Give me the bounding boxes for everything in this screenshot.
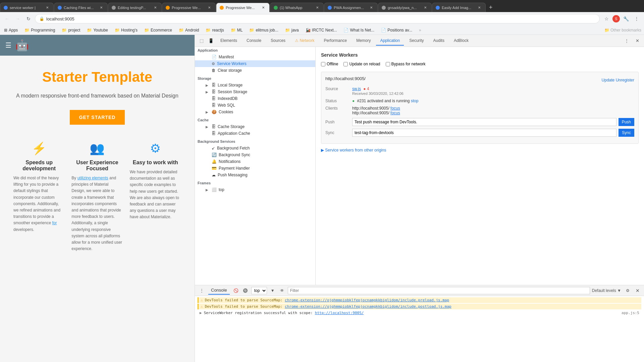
- console-sw-scope-link[interactable]: http://localhost:9005/: [315, 311, 364, 315]
- sw-unregister-link[interactable]: Unregister: [616, 78, 634, 82]
- offline-checkbox-label[interactable]: Offline: [321, 62, 338, 66]
- bookmark-project[interactable]: 📁project: [60, 27, 82, 33]
- get-started-button[interactable]: GET STARTED: [70, 110, 125, 125]
- sw-update-link[interactable]: Update: [602, 78, 615, 82]
- forward-button[interactable]: →: [13, 14, 22, 23]
- sidebar-item-clear-storage[interactable]: 🗑 Clear storage: [195, 67, 315, 74]
- bookmark-reactjs[interactable]: 📁reactjs: [204, 27, 225, 33]
- console-settings-icon[interactable]: ⋮: [198, 287, 206, 295]
- tab-close-1[interactable]: ✕: [45, 5, 50, 10]
- for-link[interactable]: for: [52, 221, 57, 225]
- sidebar-item-cache-storage[interactable]: ▶ 🗄 Cache Storage: [195, 123, 315, 130]
- sidebar-item-frames-top[interactable]: ▶ ⬜ top: [195, 186, 315, 193]
- extensions-button[interactable]: 🔧: [621, 14, 631, 23]
- bookmarks-overflow[interactable]: »: [419, 28, 421, 33]
- tab-close-5[interactable]: ✕: [261, 5, 266, 10]
- tab-close-4[interactable]: ✕: [207, 5, 212, 10]
- sw-push-button[interactable]: Push: [619, 118, 634, 126]
- tab-close-6[interactable]: ✕: [315, 5, 320, 10]
- console-tab[interactable]: Console: [208, 286, 230, 295]
- back-button[interactable]: ←: [3, 14, 11, 23]
- bookmark-programming[interactable]: 📁Programming: [23, 27, 56, 33]
- tab-close-2[interactable]: ✕: [99, 5, 104, 10]
- console-filter-input[interactable]: [288, 287, 590, 294]
- tab-network[interactable]: ⚠ Network: [291, 36, 318, 46]
- bookmark-positions[interactable]: 📄Positions av...: [380, 27, 414, 33]
- tab-application[interactable]: Application: [376, 36, 404, 46]
- menu-button[interactable]: ⋮: [632, 14, 641, 23]
- reload-button[interactable]: ↻: [24, 14, 33, 23]
- console-warn-2-link[interactable]: chrome-extension://ojghmmpiobklfepjocnam…: [285, 304, 451, 309]
- console-preserve-log-icon[interactable]: 🔘: [242, 287, 249, 294]
- profile-button[interactable]: S: [612, 15, 620, 22]
- update-on-reload-label[interactable]: Update on reload: [343, 62, 380, 66]
- tab-1[interactable]: service worker | ✕: [0, 3, 54, 12]
- devtools-device-button[interactable]: 📱: [207, 37, 215, 45]
- bookmark-hostings[interactable]: 📁Hosting's: [113, 27, 139, 33]
- tab-memory[interactable]: Memory: [352, 36, 375, 46]
- offline-checkbox[interactable]: [321, 62, 325, 66]
- bookmark-button[interactable]: ☆: [602, 14, 611, 23]
- bookmark-android[interactable]: 📁Android: [177, 27, 200, 33]
- tab-close-8[interactable]: ✕: [423, 5, 428, 10]
- tab-close-9[interactable]: ✕: [477, 5, 482, 10]
- new-tab-button[interactable]: +: [486, 3, 495, 12]
- sw-js-link[interactable]: sw.js: [352, 86, 361, 91]
- tab-9[interactable]: Easily Add Imag... ✕: [432, 3, 486, 12]
- address-bar[interactable]: 🔒 localhost:9005: [35, 14, 600, 23]
- tab-audits[interactable]: Audits: [429, 36, 448, 46]
- console-context-select[interactable]: top: [251, 287, 267, 294]
- sw-focus-link-1[interactable]: focus: [390, 106, 400, 111]
- bookmark-what-is-net[interactable]: 📄What Is Net...: [342, 27, 376, 33]
- sw-push-input[interactable]: [352, 118, 616, 126]
- devtools-close-button[interactable]: ✕: [633, 37, 641, 45]
- update-on-reload-checkbox[interactable]: [343, 62, 348, 66]
- tab-2[interactable]: Caching Files wi... ✕: [54, 3, 108, 12]
- tab-4[interactable]: Progressive We... ✕: [162, 3, 216, 12]
- console-warn-1-link[interactable]: chrome-extension://ojghmmpiobklfepjocnam…: [285, 298, 449, 302]
- sw-sync-button[interactable]: Sync: [619, 129, 634, 137]
- sidebar-item-cookies[interactable]: ▶ 🍪 Cookies: [195, 109, 315, 115]
- console-levels-dropdown[interactable]: Default levels ▼: [592, 288, 621, 293]
- bookmark-irctc[interactable]: 🚂IRCTC Next...: [304, 27, 338, 33]
- tab-8[interactable]: gnsaddy/pwa_n... ✕: [378, 3, 432, 12]
- bypass-for-network-label[interactable]: Bypass for network: [386, 62, 426, 66]
- devtools-more-button[interactable]: ⋮: [623, 37, 631, 45]
- sidebar-item-push-messaging[interactable]: ☁ Push Messaging: [195, 172, 315, 178]
- tab-sources[interactable]: Sources: [267, 36, 289, 46]
- sidebar-item-websql[interactable]: 🗄 Web SQL: [195, 102, 315, 109]
- bookmarks-other[interactable]: 📁 Other bookmarks: [604, 28, 641, 33]
- sw-focus-link-2[interactable]: focus: [390, 111, 400, 115]
- sidebar-item-local-storage[interactable]: ▶ 🗄 Local Storage: [195, 82, 315, 88]
- console-gear-button[interactable]: ⚙: [624, 287, 631, 294]
- bookmark-ecommerce[interactable]: 📁Ecommerce: [143, 27, 173, 33]
- tab-security[interactable]: Security: [405, 36, 428, 46]
- sidebar-item-session-storage[interactable]: ▶ 🗄 Session Storage: [195, 88, 315, 95]
- tab-performance[interactable]: Performance: [320, 36, 351, 46]
- bookmark-java[interactable]: 📁java: [284, 27, 300, 33]
- sw-sync-input[interactable]: [352, 129, 616, 137]
- sw-stop-link[interactable]: stop: [411, 99, 419, 103]
- devtools-inspect-button[interactable]: ⬚: [198, 37, 206, 45]
- sidebar-item-manifest[interactable]: 📄 Manifest: [195, 54, 315, 60]
- sidebar-item-service-workers[interactable]: ⚙ Service Workers: [195, 60, 315, 67]
- sidebar-item-indexeddb[interactable]: 🗄 IndexedDB: [195, 95, 315, 102]
- tab-elements[interactable]: Elements: [216, 36, 241, 46]
- tab-console[interactable]: Console: [243, 36, 265, 46]
- tab-5[interactable]: Progressive We... ✕: [216, 3, 270, 12]
- tab-adblock[interactable]: AdBlock: [450, 36, 473, 46]
- tab-close-3[interactable]: ✕: [153, 5, 158, 10]
- bookmark-ml[interactable]: 📁ML: [229, 27, 244, 33]
- console-eye-icon[interactable]: 👁: [278, 287, 286, 294]
- sidebar-item-notifications[interactable]: 🔔 Notifications: [195, 158, 315, 165]
- bookmark-apps[interactable]: ⊞Apps: [3, 27, 19, 33]
- tab-3[interactable]: Editing testingP... ✕: [108, 3, 162, 12]
- bookmark-youtube[interactable]: 📁Youtube: [86, 27, 109, 33]
- bypass-for-network-checkbox[interactable]: [386, 62, 390, 66]
- tab-close-7[interactable]: ✕: [369, 5, 374, 10]
- bookmark-elitmus[interactable]: 📁elitmus job...: [248, 27, 279, 33]
- utilizing-link[interactable]: utilizing elements: [77, 176, 108, 180]
- sw-other-origins[interactable]: Service workers from other origins: [321, 148, 639, 153]
- sidebar-item-bg-sync[interactable]: 🔄 Background Sync: [195, 152, 315, 158]
- sidebar-item-app-cache[interactable]: 🗄 Application Cache: [195, 130, 315, 137]
